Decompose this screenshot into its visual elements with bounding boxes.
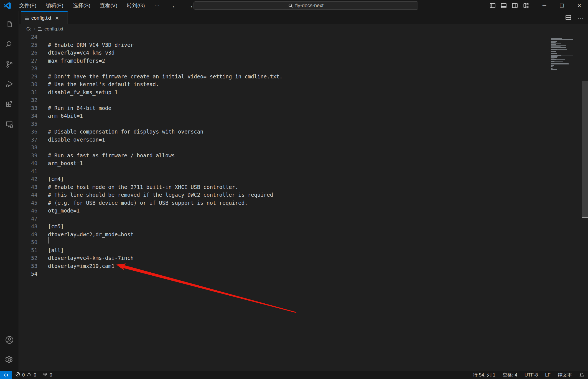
- minimap-line: [551, 48, 557, 48]
- menu-item-selection[interactable]: 选择(S): [68, 0, 95, 11]
- code-line-29[interactable]: 29# Don't have the firmware create an in…: [19, 72, 588, 80]
- status-line-col[interactable]: 行 54, 列 1: [469, 371, 499, 379]
- line-number-34: 34: [19, 113, 37, 119]
- more-actions-icon[interactable]: ⋯: [577, 14, 584, 22]
- code-line-31[interactable]: 31disable_fw_kms_setup=1: [19, 88, 588, 96]
- editor-scrollbar-thumb[interactable]: [582, 81, 588, 218]
- minimize-button[interactable]: ─: [536, 0, 553, 11]
- tab-bar: config.txt ✕ ⋯: [19, 11, 588, 24]
- editor[interactable]: 2425# Enable DRM VC4 V3D driver26dtoverl…: [19, 34, 588, 371]
- code-line-24[interactable]: 24: [19, 34, 588, 41]
- code-line-48[interactable]: 48[cm5]: [19, 222, 588, 231]
- status-encoding[interactable]: UTF-8: [521, 371, 541, 379]
- minimap[interactable]: [551, 38, 574, 74]
- menu-item-file[interactable]: 文件(F): [14, 0, 41, 11]
- search-sidebar-icon[interactable]: [5, 40, 14, 49]
- code-line-44[interactable]: 44# This line should be removed if the l…: [19, 191, 588, 199]
- menu-item-edit[interactable]: 编辑(E): [41, 0, 68, 11]
- line-text-43[interactable]: # Enable host mode on the 2711 built-in …: [48, 184, 238, 190]
- line-text-27[interactable]: max_framebuffers=2: [48, 58, 105, 64]
- errors-icon: [15, 372, 20, 378]
- toggle-secondary-sidebar-icon[interactable]: [511, 1, 519, 10]
- code-line-41[interactable]: 41: [19, 167, 588, 175]
- account-icon[interactable]: [5, 335, 14, 345]
- toggle-panel-icon[interactable]: [500, 1, 508, 10]
- menu-item-goto[interactable]: 转到(G): [122, 0, 149, 11]
- extensions-icon[interactable]: [5, 100, 14, 109]
- remote-indicator[interactable]: [0, 371, 12, 379]
- code-line-36[interactable]: 36# Disable compensation for displays wi…: [19, 128, 588, 136]
- notifications-bell-icon[interactable]: [576, 371, 588, 379]
- code-line-38[interactable]: 38: [19, 144, 588, 152]
- code-line-51[interactable]: 51[all]: [19, 246, 588, 254]
- code-line-47[interactable]: 47: [19, 214, 588, 222]
- line-text-29[interactable]: # Don't have the firmware create an init…: [48, 73, 282, 80]
- code-line-54[interactable]: 54: [19, 270, 588, 278]
- code-line-40[interactable]: 40arm_boost=1: [19, 159, 588, 167]
- line-number-52: 52: [19, 255, 37, 261]
- line-text-39[interactable]: # Run as fast as firmware / board allows: [48, 152, 175, 158]
- line-text-52[interactable]: dtoverlay=vc4-kms-dsi-7inch: [48, 255, 134, 261]
- run-debug-icon[interactable]: [5, 80, 14, 89]
- source-control-icon[interactable]: [5, 60, 14, 69]
- customize-layout-icon[interactable]: [522, 1, 530, 10]
- line-text-26[interactable]: dtoverlay=vc4-kms-v3d: [48, 50, 114, 56]
- line-text-53[interactable]: dtoverlay=imx219,cam1: [48, 263, 114, 269]
- status-indent[interactable]: 空格: 4: [499, 371, 521, 379]
- code-line-35[interactable]: 35: [19, 120, 588, 128]
- line-text-37[interactable]: disable_overscan=1: [48, 137, 105, 143]
- line-text-45[interactable]: # (e.g. for USB device mode) or if USB s…: [48, 200, 248, 206]
- tab-close-icon[interactable]: ✕: [55, 15, 59, 21]
- code-line-28[interactable]: 28: [19, 65, 588, 73]
- line-text-30[interactable]: # Use the kernel's default instead.: [48, 81, 159, 87]
- code-line-53[interactable]: 53dtoverlay=imx219,cam1: [19, 262, 588, 270]
- code-line-25[interactable]: 25# Enable DRM VC4 V3D driver: [19, 41, 588, 49]
- problems-status[interactable]: 0 0: [12, 371, 39, 379]
- status-bar: 0 0 0 行 54, 列 1空格: 4UTF-8LF纯文本: [0, 371, 588, 379]
- line-text-36[interactable]: # Disable compensation for displays with…: [48, 129, 203, 135]
- line-text-40[interactable]: arm_boost=1: [48, 160, 83, 166]
- line-text-44[interactable]: # This line should be removed if the leg…: [48, 192, 273, 198]
- code-line-27[interactable]: 27max_framebuffers=2: [19, 57, 588, 65]
- command-center-search[interactable]: fly-docs-next: [194, 1, 418, 10]
- close-button[interactable]: ✕: [571, 0, 588, 11]
- status-language-mode[interactable]: 纯文本: [554, 371, 576, 379]
- menu-item-more[interactable]: ···: [150, 0, 164, 11]
- maximize-button[interactable]: ☐: [553, 0, 571, 11]
- split-editor-icon[interactable]: [565, 14, 571, 22]
- line-text-31[interactable]: disable_fw_kms_setup=1: [48, 89, 118, 95]
- breadcrumb-drive[interactable]: G:: [26, 26, 31, 32]
- line-text-51[interactable]: [all]: [48, 247, 64, 253]
- line-text-25[interactable]: # Enable DRM VC4 V3D driver: [48, 42, 134, 48]
- code-line-30[interactable]: 30# Use the kernel's default instead.: [19, 80, 588, 88]
- code-line-45[interactable]: 45# (e.g. for USB device mode) or if USB…: [19, 199, 588, 207]
- code-line-34[interactable]: 34arm_64bit=1: [19, 112, 588, 120]
- line-text-34[interactable]: arm_64bit=1: [48, 113, 83, 119]
- tab-config-txt[interactable]: config.txt ✕: [21, 11, 68, 24]
- explorer-icon[interactable]: [5, 20, 14, 29]
- line-number-27: 27: [19, 58, 37, 64]
- code-line-33[interactable]: 33# Run in 64-bit mode: [19, 104, 588, 112]
- toggle-primary-sidebar-icon[interactable]: [488, 1, 497, 10]
- remote-explorer-icon[interactable]: [5, 120, 14, 129]
- code-line-52[interactable]: 52dtoverlay=vc4-kms-dsi-7inch: [19, 254, 588, 262]
- code-line-39[interactable]: 39# Run as fast as firmware / board allo…: [19, 151, 588, 159]
- code-line-46[interactable]: 46otg_mode=1: [19, 207, 588, 215]
- overview-ruler-cursor-mark: [582, 217, 588, 218]
- line-text-42[interactable]: [cm4]: [48, 176, 64, 182]
- menu-item-view[interactable]: 查看(V): [95, 0, 122, 11]
- nav-back-icon[interactable]: ←: [169, 0, 181, 11]
- code-line-42[interactable]: 42[cm4]: [19, 175, 588, 183]
- code-line-26[interactable]: 26dtoverlay=vc4-kms-v3d: [19, 49, 588, 57]
- line-text-48[interactable]: [cm5]: [48, 223, 64, 229]
- code-line-32[interactable]: 32: [19, 96, 588, 104]
- line-text-46[interactable]: otg_mode=1: [48, 208, 80, 214]
- line-text-33[interactable]: # Run in 64-bit mode: [48, 105, 111, 111]
- breadcrumb-file[interactable]: config.txt: [44, 26, 63, 32]
- code-line-43[interactable]: 43# Enable host mode on the 2711 built-i…: [19, 183, 588, 191]
- status-eol[interactable]: LF: [541, 371, 554, 379]
- settings-gear-icon[interactable]: [5, 355, 14, 364]
- code-line-37[interactable]: 37disable_overscan=1: [19, 135, 588, 144]
- ports-status[interactable]: 0: [39, 371, 55, 379]
- minimap-line: [551, 67, 559, 67]
